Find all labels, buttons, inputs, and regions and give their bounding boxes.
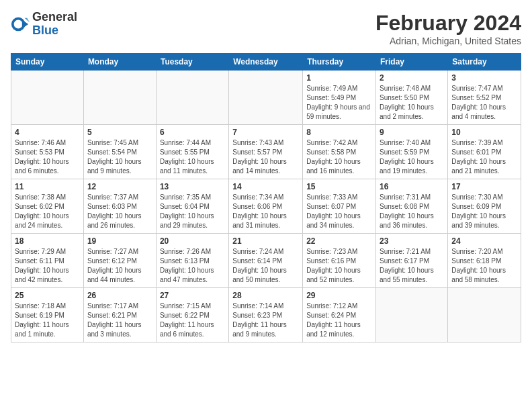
day-info: Sunrise: 7:49 AM Sunset: 5:49 PM Dayligh… [306, 84, 372, 122]
calendar-cell: 5Sunrise: 7:45 AM Sunset: 5:54 PM Daylig… [83, 125, 156, 179]
weekday-header-row: SundayMondayTuesdayWednesdayThursdayFrid… [11, 54, 521, 71]
logo-text: General Blue [32, 11, 77, 38]
calendar-cell: 9Sunrise: 7:40 AM Sunset: 5:59 PM Daylig… [376, 125, 448, 179]
day-info: Sunrise: 7:31 AM Sunset: 6:08 PM Dayligh… [380, 193, 444, 230]
calendar-cell: 24Sunrise: 7:20 AM Sunset: 6:18 PM Dayli… [448, 234, 521, 288]
calendar-cell: 14Sunrise: 7:34 AM Sunset: 6:06 PM Dayli… [229, 179, 303, 234]
day-number: 20 [160, 236, 225, 246]
logo-blue: Blue [32, 24, 77, 38]
day-number: 25 [15, 291, 80, 300]
calendar-cell: 17Sunrise: 7:30 AM Sunset: 6:09 PM Dayli… [448, 179, 521, 234]
calendar-cell: 7Sunrise: 7:43 AM Sunset: 5:57 PM Daylig… [229, 125, 303, 179]
day-number: 16 [380, 182, 444, 191]
svg-point-1 [14, 19, 23, 28]
day-number: 4 [15, 128, 80, 137]
weekday-header: Thursday [303, 54, 376, 71]
weekday-header: Tuesday [156, 54, 228, 71]
day-number: 19 [87, 236, 152, 246]
day-info: Sunrise: 7:47 AM Sunset: 5:52 PM Dayligh… [451, 84, 517, 122]
calendar-cell: 27Sunrise: 7:15 AM Sunset: 6:22 PM Dayli… [156, 288, 228, 342]
location: Adrian, Michigan, United States [375, 36, 521, 46]
weekday-header: Friday [376, 54, 448, 71]
day-info: Sunrise: 7:26 AM Sunset: 6:13 PM Dayligh… [160, 247, 225, 285]
header: General Blue February 2024 Adrian, Michi… [11, 11, 521, 46]
month-year: February 2024 [375, 11, 521, 36]
day-number: 22 [306, 236, 372, 246]
weekday-header: Wednesday [229, 54, 303, 71]
day-number: 17 [451, 182, 517, 191]
day-number: 28 [232, 291, 299, 300]
weekday-header: Sunday [11, 54, 84, 71]
day-info: Sunrise: 7:35 AM Sunset: 6:04 PM Dayligh… [160, 193, 225, 230]
calendar-cell: 21Sunrise: 7:24 AM Sunset: 6:14 PM Dayli… [229, 234, 303, 288]
svg-marker-2 [22, 19, 28, 28]
calendar-cell: 15Sunrise: 7:33 AM Sunset: 6:07 PM Dayli… [303, 179, 376, 234]
day-number: 15 [306, 182, 372, 191]
calendar-week-row: 18Sunrise: 7:29 AM Sunset: 6:11 PM Dayli… [11, 234, 521, 288]
calendar-week-row: 11Sunrise: 7:38 AM Sunset: 6:02 PM Dayli… [11, 179, 521, 234]
day-number: 10 [451, 128, 517, 137]
day-number: 5 [87, 128, 152, 137]
day-number: 3 [451, 73, 517, 83]
calendar-cell: 23Sunrise: 7:21 AM Sunset: 6:17 PM Dayli… [376, 234, 448, 288]
day-number: 7 [232, 128, 299, 137]
calendar-cell: 13Sunrise: 7:35 AM Sunset: 6:04 PM Dayli… [156, 179, 228, 234]
calendar-cell: 20Sunrise: 7:26 AM Sunset: 6:13 PM Dayli… [156, 234, 228, 288]
calendar-cell [11, 71, 84, 125]
day-info: Sunrise: 7:48 AM Sunset: 5:50 PM Dayligh… [380, 84, 444, 122]
day-number: 2 [380, 73, 444, 83]
calendar-cell: 2Sunrise: 7:48 AM Sunset: 5:50 PM Daylig… [376, 71, 448, 125]
day-info: Sunrise: 7:45 AM Sunset: 5:54 PM Dayligh… [87, 138, 152, 176]
day-info: Sunrise: 7:44 AM Sunset: 5:55 PM Dayligh… [160, 138, 225, 176]
calendar-cell [156, 71, 228, 125]
day-number: 27 [160, 291, 225, 300]
calendar-cell: 28Sunrise: 7:14 AM Sunset: 6:23 PM Dayli… [229, 288, 303, 342]
day-number: 8 [306, 128, 372, 137]
day-number: 21 [232, 236, 299, 246]
calendar-table: SundayMondayTuesdayWednesdayThursdayFrid… [11, 53, 521, 342]
calendar-cell: 25Sunrise: 7:18 AM Sunset: 6:19 PM Dayli… [11, 288, 84, 342]
day-number: 9 [380, 128, 444, 137]
day-number: 6 [160, 128, 225, 137]
calendar-cell: 18Sunrise: 7:29 AM Sunset: 6:11 PM Dayli… [11, 234, 84, 288]
day-info: Sunrise: 7:20 AM Sunset: 6:18 PM Dayligh… [451, 247, 517, 285]
calendar-cell: 22Sunrise: 7:23 AM Sunset: 6:16 PM Dayli… [303, 234, 376, 288]
day-info: Sunrise: 7:37 AM Sunset: 6:03 PM Dayligh… [87, 193, 152, 230]
calendar-cell: 4Sunrise: 7:46 AM Sunset: 5:53 PM Daylig… [11, 125, 84, 179]
calendar-cell [83, 71, 156, 125]
calendar-cell: 12Sunrise: 7:37 AM Sunset: 6:03 PM Dayli… [83, 179, 156, 234]
day-info: Sunrise: 7:14 AM Sunset: 6:23 PM Dayligh… [232, 302, 299, 339]
day-number: 1 [306, 73, 372, 83]
calendar-cell [448, 288, 521, 342]
logo: General Blue [11, 11, 77, 38]
calendar-cell [376, 288, 448, 342]
calendar-cell: 10Sunrise: 7:39 AM Sunset: 6:01 PM Dayli… [448, 125, 521, 179]
calendar-cell: 16Sunrise: 7:31 AM Sunset: 6:08 PM Dayli… [376, 179, 448, 234]
day-number: 23 [380, 236, 444, 246]
day-number: 29 [306, 291, 372, 300]
calendar-week-row: 25Sunrise: 7:18 AM Sunset: 6:19 PM Dayli… [11, 288, 521, 342]
day-info: Sunrise: 7:23 AM Sunset: 6:16 PM Dayligh… [306, 247, 372, 285]
svg-marker-3 [25, 17, 30, 22]
weekday-header: Monday [83, 54, 156, 71]
day-number: 18 [15, 236, 80, 246]
day-number: 12 [87, 182, 152, 191]
day-number: 13 [160, 182, 225, 191]
page: General Blue February 2024 Adrian, Michi… [0, 0, 532, 411]
day-info: Sunrise: 7:39 AM Sunset: 6:01 PM Dayligh… [451, 138, 517, 176]
day-info: Sunrise: 7:38 AM Sunset: 6:02 PM Dayligh… [15, 193, 80, 230]
calendar-cell: 26Sunrise: 7:17 AM Sunset: 6:21 PM Dayli… [83, 288, 156, 342]
day-info: Sunrise: 7:17 AM Sunset: 6:21 PM Dayligh… [87, 302, 152, 339]
day-info: Sunrise: 7:42 AM Sunset: 5:58 PM Dayligh… [306, 138, 372, 176]
calendar-week-row: 4Sunrise: 7:46 AM Sunset: 5:53 PM Daylig… [11, 125, 521, 179]
calendar-week-row: 1Sunrise: 7:49 AM Sunset: 5:49 PM Daylig… [11, 71, 521, 125]
day-info: Sunrise: 7:18 AM Sunset: 6:19 PM Dayligh… [15, 302, 80, 339]
day-info: Sunrise: 7:29 AM Sunset: 6:11 PM Dayligh… [15, 247, 80, 285]
calendar-cell: 6Sunrise: 7:44 AM Sunset: 5:55 PM Daylig… [156, 125, 228, 179]
day-info: Sunrise: 7:40 AM Sunset: 5:59 PM Dayligh… [380, 138, 444, 176]
day-number: 26 [87, 291, 152, 300]
day-info: Sunrise: 7:33 AM Sunset: 6:07 PM Dayligh… [306, 193, 372, 230]
calendar-cell: 11Sunrise: 7:38 AM Sunset: 6:02 PM Dayli… [11, 179, 84, 234]
day-number: 11 [15, 182, 80, 191]
day-info: Sunrise: 7:30 AM Sunset: 6:09 PM Dayligh… [451, 193, 517, 230]
